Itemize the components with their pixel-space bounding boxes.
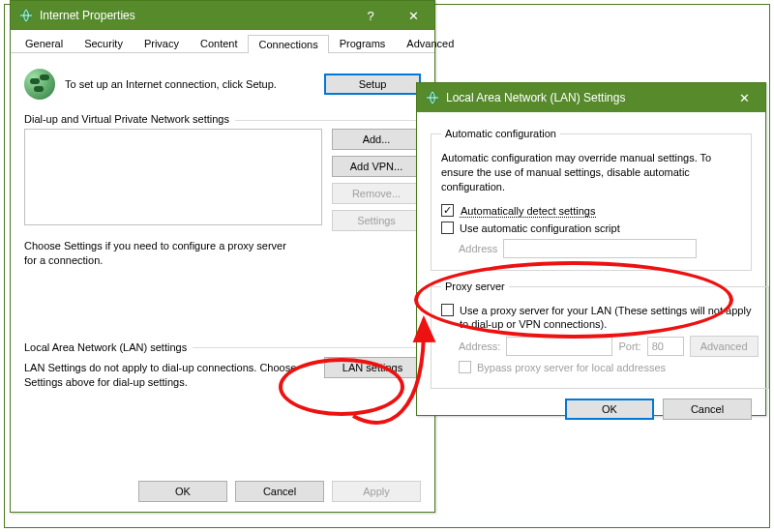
internet-properties-dialog: Internet Properties ? ✕ General Security…: [10, 0, 435, 513]
proxy-legend: Proxy server: [441, 281, 509, 292]
dialog-body: To set up an Internet connection, click …: [11, 53, 434, 408]
use-script-label: Use automatic configuration script: [460, 222, 620, 235]
lan-group-label: Local Area Network (LAN) settings: [24, 341, 187, 353]
titlebar: Local Area Network (LAN) Settings ✕: [417, 83, 765, 112]
script-address-label: Address: [459, 243, 497, 254]
tab-connections[interactable]: Connections: [248, 35, 328, 53]
titlebar: Internet Properties ? ✕: [11, 1, 434, 30]
use-script-checkbox[interactable]: [441, 222, 454, 234]
proxy-port-label: Port:: [618, 340, 640, 352]
remove-button: Remove...: [332, 183, 421, 204]
auto-config-note: Automatic configuration may override man…: [441, 151, 741, 194]
ok-button[interactable]: OK: [565, 399, 654, 420]
lan-settings-dialog: Local Area Network (LAN) Settings ✕ Auto…: [416, 82, 766, 416]
dial-group-label: Dial-up and Virtual Private Network sett…: [24, 113, 229, 125]
apply-button: Apply: [332, 481, 421, 502]
tab-security[interactable]: Security: [74, 34, 134, 52]
tab-advanced[interactable]: Advanced: [396, 34, 464, 52]
lan-note: LAN Settings do not apply to dial-up con…: [24, 361, 314, 390]
auto-config-legend: Automatic configuration: [441, 128, 560, 139]
proxy-address-input: [506, 337, 612, 356]
script-address-input: [503, 239, 697, 258]
settings-button: Settings: [332, 210, 421, 231]
use-proxy-label: Use a proxy server for your LAN (These s…: [460, 304, 759, 332]
tab-strip: General Security Privacy Content Connect…: [11, 30, 434, 53]
ok-button[interactable]: OK: [138, 481, 227, 502]
tab-privacy[interactable]: Privacy: [134, 34, 190, 52]
cancel-button[interactable]: Cancel: [235, 481, 324, 502]
help-button[interactable]: ?: [349, 1, 392, 30]
advanced-button: Advanced: [690, 336, 759, 357]
connections-listbox[interactable]: [24, 129, 322, 225]
tab-programs[interactable]: Programs: [329, 34, 397, 52]
lan-settings-button[interactable]: LAN settings: [324, 357, 421, 378]
setup-text: To set up an Internet connection, click …: [65, 78, 314, 90]
internet-options-icon: [425, 90, 440, 105]
close-button[interactable]: ✕: [723, 83, 765, 112]
dial-note: Choose Settings if you need to configure…: [24, 239, 295, 268]
bypass-checkbox: [459, 361, 471, 373]
use-proxy-checkbox[interactable]: [441, 304, 454, 316]
internet-options-icon: [18, 8, 34, 23]
cancel-button[interactable]: Cancel: [663, 399, 752, 420]
bypass-label: Bypass proxy server for local addresses: [477, 361, 666, 374]
close-button[interactable]: ✕: [392, 1, 434, 30]
autodetect-label: Automatically detect settings: [460, 204, 596, 218]
dialog-body: Automatic configuration Automatic config…: [417, 112, 765, 429]
setup-button[interactable]: Setup: [324, 74, 421, 95]
proxy-address-label: Address:: [459, 340, 500, 352]
dialog-title: Local Area Network (LAN) Settings: [446, 91, 723, 104]
auto-config-group: Automatic configuration Automatic config…: [431, 128, 752, 271]
proxy-group: Proxy server Use a proxy server for your…: [431, 281, 769, 389]
globe-icon: [24, 69, 55, 100]
add-button[interactable]: Add...: [332, 129, 421, 150]
tab-general[interactable]: General: [15, 34, 74, 52]
add-vpn-button[interactable]: Add VPN...: [332, 156, 421, 177]
autodetect-checkbox[interactable]: [441, 204, 454, 217]
proxy-port-input: 80: [647, 337, 684, 356]
dialog-title: Internet Properties: [40, 9, 349, 22]
tab-content[interactable]: Content: [190, 34, 249, 52]
